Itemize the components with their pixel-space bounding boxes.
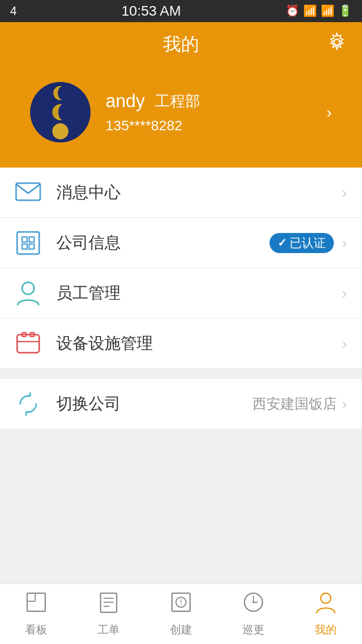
switch-company-section: 切换公司 西安建国饭店 › bbox=[0, 379, 362, 429]
menu-label-switch-company: 切换公司 bbox=[56, 393, 252, 415]
nav-label-kanban: 看板 bbox=[25, 622, 47, 637]
profile-phone: 135****8282 bbox=[106, 118, 311, 134]
avatar bbox=[30, 82, 90, 142]
status-bar: 4 10:53 AM ⏰ 📶 📶 🔋 bbox=[0, 0, 362, 22]
equipment-icon bbox=[15, 331, 41, 357]
header: 我的 andy 工程部 bbox=[0, 22, 362, 168]
status-notification: 4 bbox=[10, 4, 17, 18]
svg-point-6 bbox=[52, 123, 68, 139]
svg-text:!: ! bbox=[180, 598, 182, 607]
menu-arrow-equipment: › bbox=[342, 335, 347, 352]
verified-badge: ✓ 已认证 bbox=[269, 233, 334, 253]
kanban-icon bbox=[25, 591, 47, 618]
message-icon bbox=[15, 180, 41, 206]
svg-rect-12 bbox=[29, 244, 34, 249]
svg-point-0 bbox=[334, 39, 340, 45]
menu-arrow-switch: › bbox=[342, 395, 347, 413]
svg-point-5 bbox=[58, 104, 68, 120]
menu-label-company: 公司信息 bbox=[56, 232, 269, 254]
status-time: 10:53 AM bbox=[122, 3, 181, 19]
svg-point-31 bbox=[321, 593, 331, 603]
svg-rect-10 bbox=[29, 237, 34, 242]
menu-item-equipment[interactable]: 设备设施管理 › bbox=[0, 318, 362, 369]
nav-label-mine: 我的 bbox=[315, 622, 337, 637]
nav-item-create[interactable]: ! 创建 bbox=[145, 584, 217, 644]
nav-label-xuncha: 巡更 bbox=[242, 622, 264, 637]
nav-label-create: 创建 bbox=[170, 622, 192, 637]
nav-item-kanban[interactable]: 看板 bbox=[0, 584, 72, 644]
xuncha-icon bbox=[242, 591, 264, 618]
profile-section[interactable]: andy 工程部 135****8282 › bbox=[15, 67, 347, 168]
svg-rect-14 bbox=[17, 335, 39, 353]
svg-point-13 bbox=[22, 282, 34, 294]
badge-v-icon: ✓ bbox=[278, 236, 287, 250]
badge-text: 已认证 bbox=[290, 235, 326, 251]
mine-icon bbox=[315, 591, 337, 618]
menu-label-equipment: 设备设施管理 bbox=[56, 333, 342, 355]
svg-rect-18 bbox=[27, 593, 45, 611]
nav-item-gongdan[interactable]: 工单 bbox=[72, 584, 145, 644]
nav-label-gongdan: 工单 bbox=[98, 622, 120, 637]
create-icon: ! bbox=[170, 591, 192, 618]
svg-point-3 bbox=[58, 86, 69, 100]
svg-rect-9 bbox=[22, 237, 27, 242]
svg-rect-8 bbox=[17, 232, 39, 254]
nav-item-xuncha[interactable]: 巡更 bbox=[217, 584, 290, 644]
status-icons: ⏰ 📶 📶 🔋 bbox=[286, 5, 352, 18]
settings-icon[interactable] bbox=[327, 32, 347, 57]
menu-arrow-employee: › bbox=[342, 285, 347, 302]
content-area bbox=[0, 429, 362, 580]
menu-label-messages: 消息中心 bbox=[56, 182, 342, 204]
gongdan-icon bbox=[98, 591, 120, 618]
nav-item-mine[interactable]: 我的 bbox=[290, 584, 362, 644]
svg-rect-11 bbox=[22, 244, 27, 249]
menu-label-employee: 员工管理 bbox=[56, 282, 342, 304]
alarm-icon: ⏰ bbox=[286, 5, 299, 18]
section-divider bbox=[0, 369, 362, 379]
page-title: 我的 bbox=[15, 32, 347, 67]
battery-icon: 🔋 bbox=[338, 5, 352, 18]
company-name: 西安建国饭店 bbox=[252, 394, 337, 414]
employee-icon bbox=[15, 280, 41, 306]
menu-arrow-company: › bbox=[342, 234, 347, 252]
profile-arrow-icon[interactable]: › bbox=[326, 103, 332, 122]
menu-item-messages[interactable]: 消息中心 › bbox=[0, 168, 362, 218]
profile-info: andy 工程部 135****8282 bbox=[106, 91, 311, 134]
wifi-icon: 📶 bbox=[303, 5, 317, 18]
profile-name: andy bbox=[106, 91, 145, 112]
bottom-navigation: 看板 工单 ! 创建 bbox=[0, 584, 362, 644]
profile-dept: 工程部 bbox=[155, 91, 200, 112]
signal-icon: 📶 bbox=[321, 5, 334, 18]
menu-item-company[interactable]: 公司信息 ✓ 已认证 › bbox=[0, 218, 362, 268]
company-icon bbox=[15, 230, 41, 256]
menu-arrow-messages: › bbox=[342, 184, 347, 201]
svg-rect-19 bbox=[27, 593, 35, 601]
switch-icon bbox=[15, 391, 41, 417]
menu-item-employee[interactable]: 员工管理 › bbox=[0, 268, 362, 318]
menu-item-switch-company[interactable]: 切换公司 西安建国饭店 › bbox=[0, 379, 362, 429]
menu-section: 消息中心 › 公司信息 ✓ 已认证 › 员工管理 › bbox=[0, 168, 362, 369]
svg-rect-7 bbox=[16, 183, 40, 200]
